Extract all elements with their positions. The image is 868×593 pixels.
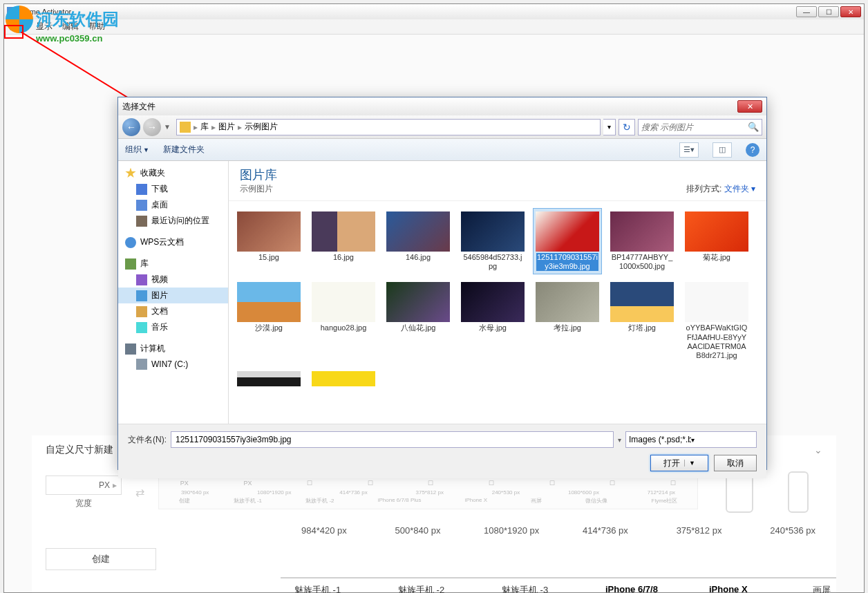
filename-label: 文件名(N): bbox=[128, 434, 167, 446]
device-icon[interactable] bbox=[788, 471, 809, 513]
file-name: 12511709031557iy3ie3m9b.jpg bbox=[536, 253, 598, 271]
create-button[interactable]: 创建 bbox=[46, 548, 156, 570]
sidebar-pictures[interactable]: 图片 bbox=[118, 288, 228, 303]
sidebar-favorites[interactable]: 收藏夹 bbox=[118, 165, 228, 181]
filename-dropdown[interactable]: ▾ bbox=[618, 436, 621, 444]
file-name: 5465984d52733.jpg bbox=[462, 253, 524, 271]
file-item[interactable]: 菊花.jpg bbox=[682, 208, 751, 274]
dialog-close-button[interactable]: ✕ bbox=[737, 100, 762, 113]
filename-input[interactable] bbox=[171, 431, 614, 448]
open-button[interactable]: 打开▼ bbox=[650, 455, 708, 471]
file-thumbnail bbox=[461, 211, 525, 252]
device-tab[interactable]: iPhone 6/7/8 Plus bbox=[605, 584, 668, 593]
file-thumbnail bbox=[610, 211, 674, 252]
filename-row: 文件名(N): ▾ Images (*.psd;*.bnr;*.act;*.pr… bbox=[128, 431, 757, 448]
file-item[interactable]: 沙漠.jpg bbox=[234, 279, 303, 364]
file-thumbnail bbox=[237, 282, 301, 322]
breadcrumb-item[interactable]: 图片 bbox=[218, 121, 235, 133]
help-button[interactable]: ? bbox=[746, 143, 760, 157]
sidebar-desktop[interactable]: 桌面 bbox=[118, 197, 228, 213]
preview-mock: PXPX ☐☐☐☐☐☐☐ 390*640 px 1080*1920 px 414… bbox=[158, 475, 698, 509]
file-item[interactable]: 水母.jpg bbox=[458, 279, 527, 364]
menu-edit[interactable]: 编辑 bbox=[62, 21, 79, 32]
app-title: Flyme Activator bbox=[19, 8, 796, 16]
file-dialog: 选择文件 ✕ ← → ▼ ▸ 库 ▸ 图片 ▸ 示例图片 ▾ ↻ 🔍 组织 ▼ … bbox=[117, 97, 767, 470]
file-item[interactable]: 146.jpg bbox=[384, 208, 453, 274]
search-box[interactable]: 🔍 bbox=[638, 119, 762, 135]
file-name: 15.jpg bbox=[258, 253, 279, 262]
file-thumbnail bbox=[237, 371, 301, 386]
expand-icon[interactable]: ⌄ bbox=[814, 444, 822, 455]
nav-history-dropdown[interactable]: ▼ bbox=[164, 123, 173, 131]
dialog-toolbar: 组织 ▼ 新建文件夹 ☰▾ ◫ ? bbox=[118, 139, 766, 161]
filter-dropdown[interactable]: Images (*.psd;*.bnr;*.act;*.pr▾ bbox=[625, 431, 757, 448]
file-item[interactable]: 16.jpg bbox=[309, 208, 378, 274]
file-item[interactable]: 考拉.jpg bbox=[533, 279, 602, 364]
file-list: 15.jpg16.jpg146.jpg5465984d52733.jpg1251… bbox=[229, 201, 766, 424]
device-tab[interactable]: 魅族手机 -1 bbox=[294, 584, 357, 593]
width-label: 宽度 bbox=[75, 498, 92, 509]
menu-view[interactable]: 显示 bbox=[36, 21, 53, 32]
new-folder-button[interactable]: 新建文件夹 bbox=[163, 144, 205, 156]
view-mode-button[interactable]: ☰▾ bbox=[679, 142, 699, 158]
sort-dropdown[interactable]: 文件夹 ▾ bbox=[724, 184, 755, 194]
dialog-buttons: 打开▼ 取消 bbox=[128, 455, 757, 471]
library-icon bbox=[125, 258, 136, 270]
refresh-button[interactable]: ↻ bbox=[619, 119, 635, 135]
file-item[interactable]: 12511709031557iy3ie3m9b.jpg bbox=[533, 208, 602, 274]
file-name: 146.jpg bbox=[406, 253, 431, 262]
file-item[interactable] bbox=[234, 368, 303, 391]
open-dropdown-icon[interactable]: ▼ bbox=[684, 460, 695, 467]
file-item[interactable]: 5465984d52733.jpg bbox=[458, 208, 527, 274]
breadcrumb-item[interactable]: 示例图片 bbox=[245, 121, 278, 133]
width-input[interactable]: PX ▸ bbox=[46, 476, 122, 495]
search-input[interactable] bbox=[641, 122, 748, 132]
size-row: 984*420 px 500*840 px 1080*1920 px 414*7… bbox=[32, 520, 836, 541]
sidebar-recent[interactable]: 最近访问的位置 bbox=[118, 213, 228, 229]
sidebar-drive-c[interactable]: WIN7 (C:) bbox=[118, 357, 228, 372]
breadcrumb-dropdown[interactable]: ▾ bbox=[603, 119, 616, 135]
sidebar-libraries[interactable]: 库 bbox=[118, 256, 228, 272]
sidebar-documents[interactable]: 文档 bbox=[118, 303, 228, 319]
file-item[interactable]: 15.jpg bbox=[234, 208, 303, 274]
minimize-button[interactable]: — bbox=[796, 6, 817, 17]
maximize-button[interactable]: ☐ bbox=[818, 6, 839, 17]
nav-back-button[interactable]: ← bbox=[122, 118, 140, 136]
file-item[interactable] bbox=[309, 368, 378, 391]
breadcrumb[interactable]: ▸ 库 ▸ 图片 ▸ 示例图片 bbox=[176, 119, 601, 135]
sidebar-downloads[interactable]: 下载 bbox=[118, 181, 228, 197]
file-item[interactable]: hanguo28.jpg bbox=[309, 279, 378, 364]
file-thumbnail bbox=[386, 282, 450, 322]
titlebar: Flyme Activator — ☐ ✕ bbox=[4, 4, 864, 19]
device-tab[interactable]: 魅族手机 -2 bbox=[398, 584, 460, 593]
device-labels: 魅族手机 -1 魅族手机 -2 魅族手机 -3 iPhone 6/7/8 Plu… bbox=[281, 577, 836, 593]
nav-forward-button[interactable]: → bbox=[143, 118, 161, 136]
device-tab[interactable]: iPhone X bbox=[709, 584, 771, 593]
sidebar-music[interactable]: 音乐 bbox=[118, 319, 228, 335]
star-icon bbox=[125, 168, 136, 179]
computer-icon bbox=[125, 343, 136, 355]
folder-icon bbox=[180, 122, 191, 133]
file-name: 菊花.jpg bbox=[703, 253, 730, 262]
file-item[interactable]: 灯塔.jpg bbox=[607, 279, 677, 364]
sidebar-computer[interactable]: 计算机 bbox=[118, 341, 228, 357]
search-icon: 🔍 bbox=[748, 122, 759, 132]
device-tab[interactable]: 画屏 bbox=[813, 584, 868, 593]
swap-icon[interactable]: ⇄ bbox=[135, 486, 144, 499]
dialog-body: 收藏夹 下载 桌面 最近访问的位置 WPS云文档 库 视频 图片 文档 音乐 计… bbox=[118, 161, 766, 424]
menu-help[interactable]: 帮助 bbox=[88, 21, 105, 32]
music-icon bbox=[136, 322, 147, 333]
device-tab[interactable]: 魅族手机 -3 bbox=[502, 584, 564, 593]
sidebar-wps[interactable]: WPS云文档 bbox=[118, 234, 228, 250]
file-item[interactable]: BP14777AHBYY_1000x500.jpg bbox=[607, 208, 677, 274]
close-button[interactable]: ✕ bbox=[840, 6, 861, 17]
breadcrumb-item[interactable]: 库 bbox=[200, 121, 209, 133]
file-thumbnail bbox=[312, 371, 375, 386]
cancel-button[interactable]: 取消 bbox=[714, 455, 757, 471]
preview-pane-button[interactable]: ◫ bbox=[713, 142, 732, 158]
width-group: PX ▸ 宽度 bbox=[46, 476, 122, 509]
organize-menu[interactable]: 组织 ▼ bbox=[125, 144, 149, 156]
sidebar-videos[interactable]: 视频 bbox=[118, 272, 228, 288]
file-item[interactable]: 八仙花.jpg bbox=[384, 279, 453, 364]
file-item[interactable]: oYYBAFWaKtGIQFfJAAfHU-E8YyYAAClDAETRM0AB… bbox=[682, 279, 751, 364]
